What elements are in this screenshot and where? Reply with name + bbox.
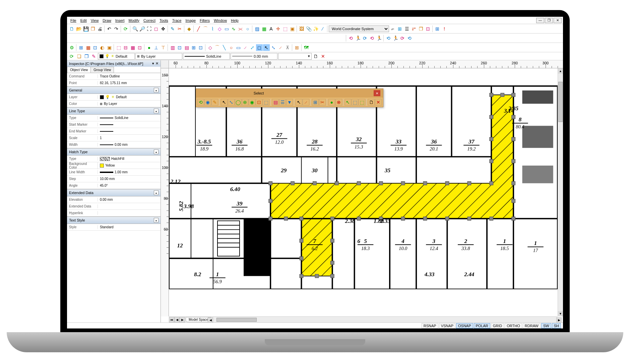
linetype-field[interactable]: SolidLine — [183, 53, 230, 60]
prop-row[interactable]: Scale1 — [67, 135, 161, 141]
tab-group-view[interactable]: Group View — [90, 67, 114, 73]
sel-icon-9[interactable]: ⊡ — [256, 99, 262, 106]
sel-icon-5[interactable]: ⤡ — [228, 99, 235, 106]
sel-icon-22[interactable]: ⬚ — [359, 99, 365, 106]
prop-row[interactable]: Width0.00 mm — [67, 141, 161, 148]
prop-value[interactable]: ⊠By Layer — [98, 102, 161, 106]
status-ortho[interactable]: ORTHO — [505, 323, 522, 328]
dt-icon-15[interactable]: ⊡ — [176, 44, 183, 51]
prop-row[interactable]: TypeHatchFill — [67, 156, 161, 162]
prop-row[interactable]: Layer💡☀Default — [67, 94, 161, 101]
sel-icon-19[interactable]: ⊗ — [335, 99, 342, 106]
dt-icon-16[interactable]: ▤ — [183, 44, 190, 51]
prop-row[interactable]: Step10.00 mm — [67, 176, 161, 182]
prop-row[interactable]: Line Width1.00 mm — [67, 169, 161, 176]
sel-icon-1[interactable]: ⟲ — [197, 99, 204, 106]
sel-icon-3[interactable]: ✎ — [211, 99, 218, 106]
rect-icon[interactable]: ▭ — [223, 25, 230, 32]
dt-icon-2[interactable]: ⊞ — [78, 44, 84, 51]
fill-icon[interactable]: ▦ — [261, 25, 267, 32]
dt-icon-11[interactable]: ● — [146, 44, 152, 51]
print-icon[interactable]: 🖨 — [97, 25, 103, 32]
vertical-scrollbar[interactable]: ▲ ▼ — [558, 68, 563, 316]
hscroll-right[interactable]: ▶ — [556, 317, 562, 323]
dt-icon-6[interactable]: ▣ — [106, 44, 113, 51]
ucs-icon-3[interactable]: ☰ — [403, 25, 410, 32]
lineweight-field[interactable]: 0.00 mm — [231, 53, 277, 60]
eyedropper-icon[interactable]: ⁄ — [319, 25, 326, 32]
window-close[interactable]: ✕ — [554, 18, 562, 23]
window-maximize[interactable]: ❐ — [545, 18, 553, 23]
prop-row[interactable]: Color⊠By Layer — [67, 101, 161, 107]
alert-icon[interactable]: ! — [441, 25, 448, 32]
sel-icon-21[interactable]: ⬚ — [352, 99, 358, 106]
zoom-in-icon[interactable]: 🔍 — [132, 25, 138, 32]
sel-icon-10[interactable]: ⬚ — [263, 99, 269, 106]
polyline2-icon[interactable]: ⩙ — [237, 25, 244, 32]
menu-tools[interactable]: Tools — [158, 18, 170, 23]
select-toolbar-title[interactable]: Select ✕ — [196, 89, 383, 98]
prop-value[interactable]: 82.16, 175.11 mm — [98, 81, 161, 85]
sel-icon-6[interactable]: ◯ — [235, 99, 242, 106]
pt-icon-3[interactable]: ❐ — [83, 53, 90, 60]
prop-group-header[interactable]: Hatch Type▴ — [67, 148, 161, 156]
prop-row[interactable]: Hyperlink — [67, 210, 161, 217]
collapse-icon[interactable]: ▴ — [154, 109, 159, 113]
pt-icon-4[interactable]: ✎ — [90, 53, 97, 60]
dt-icon-3[interactable]: ▦ — [85, 44, 91, 51]
prop-value[interactable]: 0.00 mm — [98, 143, 161, 146]
new-icon[interactable]: 🗋 — [68, 25, 75, 32]
dt-icon-22[interactable]: ○ — [228, 44, 235, 51]
zoom-window-icon[interactable]: ◻ — [153, 25, 160, 32]
insert-image-icon[interactable]: 🖼 — [298, 25, 305, 32]
tab-nav-prev[interactable]: ◀ — [174, 317, 180, 322]
prop-row[interactable]: Background ColorYellow — [67, 162, 161, 169]
dt-icon-9[interactable]: ▦ — [129, 44, 136, 51]
sel-icon-8[interactable]: ◉ — [249, 99, 255, 106]
dt-icon-27[interactable]: ↖ — [263, 44, 270, 51]
layer-field[interactable]: 💡☀ Default — [98, 53, 135, 60]
prop-row[interactable]: Extended Data — [67, 203, 161, 210]
dt-icon-25[interactable]: ⤢ — [249, 44, 256, 51]
prop-value[interactable]: HatchFill — [98, 157, 161, 161]
tab-nav-next[interactable]: ▶ — [180, 317, 185, 322]
refresh-icon[interactable]: ⟳ — [122, 25, 129, 32]
pt-icon-5[interactable]: 🗋 — [312, 53, 319, 60]
dt-icon-8[interactable]: ⊟ — [122, 44, 129, 51]
model-space-tab[interactable]: Model Space — [186, 317, 211, 322]
nav-icon-2[interactable]: 🏃 — [355, 35, 361, 42]
hatch-icon[interactable]: ▨ — [254, 25, 260, 32]
sel-icon-23[interactable]: 🗋 — [368, 99, 375, 106]
sel-icon-24[interactable]: ✕ — [375, 99, 382, 106]
window-minimize[interactable]: — — [536, 18, 544, 23]
tab-nav-first[interactable]: ⏮ — [169, 317, 174, 322]
point-icon[interactable]: ✛ — [275, 25, 281, 32]
menu-file[interactable]: File — [68, 18, 78, 23]
extra-dropdown[interactable]: ▾ — [278, 53, 312, 60]
vscroll-thumb[interactable] — [558, 82, 563, 122]
hscroll-thumb[interactable] — [216, 318, 257, 322]
nav-icon-5[interactable]: 🏃 — [376, 35, 382, 42]
status-sw[interactable]: SW — [541, 323, 551, 328]
coord-system-select[interactable]: World Coordinate System — [329, 25, 389, 32]
dt-icon-4[interactable]: ⊡ — [92, 44, 99, 51]
prop-value[interactable]: 10.00 mm — [98, 177, 161, 181]
menu-modify[interactable]: Modify — [127, 18, 141, 23]
prop-row[interactable]: Angle45.0° — [67, 182, 161, 189]
redo-icon[interactable]: ↷ — [113, 25, 120, 32]
nav-icon-3[interactable]: ⟳ — [362, 35, 368, 42]
scroll-up-icon[interactable]: ▲ — [558, 68, 563, 74]
dt-icon-19[interactable]: ◇ — [207, 44, 213, 51]
magic-icon[interactable]: ✨ — [312, 25, 319, 32]
dt-icon-12[interactable]: ⊥ — [153, 44, 160, 51]
menu-edit[interactable]: Edit — [78, 18, 89, 23]
collapse-icon[interactable]: ▴ — [154, 88, 159, 93]
dt-icon-21[interactable]: ╲ — [221, 44, 228, 51]
sel-icon-12[interactable]: ☰ — [279, 99, 286, 106]
dt-icon-17[interactable]: ⊞ — [190, 44, 197, 51]
status-polar[interactable]: POLAR — [474, 323, 490, 328]
nav-icon-6[interactable]: ⟲ — [385, 35, 392, 42]
dt-icon-13[interactable]: ⊤ — [160, 44, 167, 51]
status-vsnap[interactable]: VSNAP — [439, 323, 455, 328]
block-icon[interactable]: ▣ — [289, 25, 296, 32]
